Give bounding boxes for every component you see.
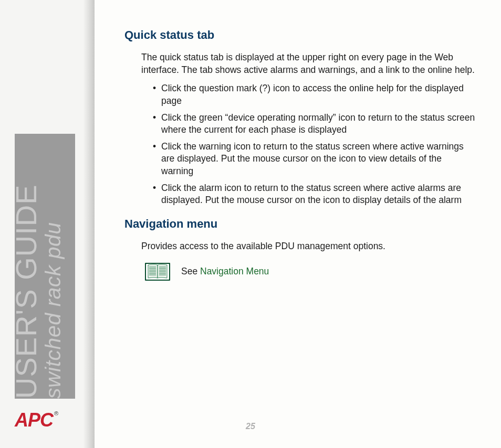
- list-item: Click the warning icon to return to the …: [153, 141, 476, 178]
- list-item: Click the green “device operating normal…: [153, 112, 476, 136]
- see-also-text: See Navigation Menu: [181, 266, 269, 277]
- main-content: Quick status tab The quick status tab is…: [124, 28, 476, 281]
- sidebar-title-main: USER'S GUIDE: [9, 184, 43, 399]
- list-item: Click the question mark (?) icon to acce…: [153, 82, 476, 107]
- heading-quick-status: Quick status tab: [124, 28, 476, 42]
- nav-paragraph: Provides access to the available PDU man…: [141, 240, 476, 253]
- page-number: 25: [0, 422, 501, 431]
- list-item: Click the alarm icon to return to the st…: [153, 182, 476, 207]
- bullet-list: Click the question mark (?) icon to acce…: [153, 82, 476, 207]
- sidebar: USER'S GUIDE switched rack pdu APC ®: [0, 0, 95, 448]
- heading-navigation-menu: Navigation menu: [124, 217, 476, 231]
- see-prefix: See: [181, 266, 200, 276]
- book-icon: [144, 262, 171, 281]
- registered-mark: ®: [54, 410, 58, 417]
- navigation-menu-link[interactable]: Navigation Menu: [200, 266, 269, 276]
- intro-paragraph: The quick status tab is displayed at the…: [141, 51, 476, 76]
- sidebar-title-sub: switched rack pdu: [41, 222, 66, 399]
- see-also-row: See Navigation Menu: [144, 262, 476, 281]
